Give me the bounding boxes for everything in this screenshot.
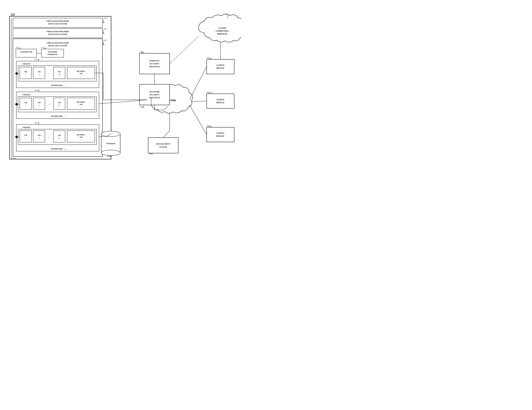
- vertical-dots: ⋮: [10, 121, 13, 125]
- vmd-d-label: VIRTUALIZED MALWARE: [46, 20, 69, 22]
- vm1-m-sub: M: [58, 74, 60, 75]
- svg-rect-8: [16, 49, 37, 57]
- vm1-dots: ...: [48, 72, 50, 74]
- controller-label: CONTROLLER: [20, 51, 32, 53]
- vmd-d-label2: DETECTION SYSTEM: [48, 23, 67, 25]
- ref-1902-sub: 2: [211, 91, 212, 93]
- ref-150: 150: [140, 106, 143, 108]
- ref-1901: 190: [207, 57, 209, 59]
- secvm1-1: SECURITY: [77, 71, 85, 72]
- ref-1901-sub: 1: [211, 57, 212, 58]
- ref-1111: 111: [34, 58, 37, 60]
- svg-rect-40: [33, 131, 45, 142]
- patent-diagram: 100 VIRTUALIZED MALWARE DETECTION SYSTEM…: [0, 0, 241, 186]
- ref-190c-sub: c: [211, 125, 212, 126]
- vm2-1: VM: [24, 102, 27, 104]
- vm2-1-sub: 1: [25, 104, 26, 106]
- vmd-1-label: VIRTUALIZED MALWARE: [46, 42, 69, 44]
- vm2-n-sub: N: [58, 104, 60, 106]
- secvm2-2: VM: [80, 104, 82, 105]
- client1-label1: CLIENT: [217, 64, 224, 66]
- ref-1101-sub: 1: [107, 39, 107, 41]
- svg-rect-4: [13, 28, 103, 38]
- secvmp-2: VM: [80, 137, 82, 138]
- cloud-label1: CLOUD: [218, 27, 226, 29]
- secvm2-1: SECURITY: [77, 101, 85, 103]
- svg-rect-72: [148, 138, 178, 153]
- svg-rect-19: [20, 67, 31, 79]
- mgmt-label1: MANAGEMENT: [156, 143, 170, 145]
- esa-label2: SECURITY: [150, 63, 160, 65]
- hypervisorp-label: HYPERVISOR: [51, 148, 63, 150]
- vm2-dots: ...: [48, 103, 50, 105]
- secvmp-sub: 3: [81, 139, 81, 141]
- ref-120: 120: [148, 153, 151, 155]
- svg-rect-41: [53, 131, 65, 142]
- vm1-m: VM: [58, 71, 61, 73]
- ref-190c: 190: [207, 125, 209, 127]
- ref-160: 160: [140, 51, 143, 53]
- secvmp-1: SECURITY: [77, 134, 85, 136]
- vmp-2-sub: 2: [39, 137, 40, 139]
- network-interface-label2: INTERFACE: [48, 54, 57, 55]
- vmp-q: VM: [58, 134, 61, 136]
- ref-1111-sub: 1: [38, 58, 39, 60]
- vmp-1: VM: [24, 134, 27, 136]
- ref-110d: 110: [103, 17, 106, 19]
- ref-1102-sub: 2: [107, 28, 107, 29]
- client2-label1: CLIENT: [217, 98, 224, 101]
- nsa-label1: NETWORK: [150, 91, 160, 93]
- hypervisorp-sub: p: [65, 148, 66, 150]
- ref-111p: 111: [34, 122, 37, 124]
- esa-label1: ENDPOINT: [150, 60, 160, 62]
- vm2-2-sub: 2: [39, 104, 40, 106]
- svg-rect-39: [20, 131, 31, 142]
- svg-rect-69: [207, 127, 234, 142]
- secvm1-sub: 1: [81, 76, 81, 77]
- ref-1102: 110: [103, 28, 106, 30]
- vmp-2: VM: [38, 134, 41, 136]
- hypervisor1-label: HYPERVISOR: [51, 84, 63, 86]
- vmd-1-label2: DETECTION SYSTEM: [48, 45, 67, 47]
- svg-rect-21: [53, 67, 65, 79]
- nsa-label3: APPLIANCE: [149, 97, 160, 99]
- ref-1902: 190: [207, 91, 209, 93]
- cloud-label2: COMPUTING: [216, 30, 229, 32]
- ref-1112-sub: 2: [38, 89, 39, 91]
- ref-130: 130: [107, 155, 110, 157]
- ref-113: 113: [41, 46, 44, 48]
- hypervisor1-sub: 1: [65, 84, 66, 86]
- mgmt-label2: SYSTEM: [159, 146, 167, 148]
- ref-170: 170: [226, 14, 228, 16]
- vm2-2: VM: [38, 102, 41, 104]
- hypervisor2-label: HYPERVISOR: [51, 115, 63, 117]
- vm1-2: VM: [38, 71, 41, 73]
- ref-100: 100: [11, 13, 15, 16]
- vmhost2-label: VM HOST: [22, 94, 30, 96]
- clientc-label1: CLIENT: [217, 132, 224, 134]
- storage-label: STORAGE: [106, 142, 115, 145]
- hypervisor2-sub: 2: [65, 115, 66, 117]
- svg-rect-30: [33, 98, 45, 109]
- svg-rect-29: [20, 98, 31, 109]
- secvm1-2: VM: [80, 73, 82, 75]
- vmp-dots: ...: [48, 135, 50, 138]
- client2-label2: DEVICE: [217, 101, 225, 104]
- vmd-2-label: VIRTUALIZED MALWARE: [46, 31, 69, 33]
- svg-rect-11: [41, 49, 64, 57]
- vmp-1-sub: 1: [25, 137, 26, 139]
- ref-112: 112: [16, 46, 19, 48]
- svg-rect-63: [207, 59, 234, 74]
- ref-1101: 110: [103, 39, 106, 41]
- ref-110d-sub: D: [107, 17, 108, 19]
- secvm2-sub: 2: [81, 107, 81, 108]
- vmhostp-label: VM HOST: [22, 127, 30, 128]
- svg-rect-20: [33, 67, 45, 79]
- vm1-1-sub: 1: [25, 74, 26, 75]
- vmd-2-label2: DETECTION SYSTEM: [48, 33, 67, 35]
- vm2-n: VM: [58, 102, 61, 104]
- ref-1112: 111: [34, 89, 37, 91]
- network-interface-label: NETWORK: [48, 51, 57, 53]
- clientc-label2: DEVICE: [217, 135, 225, 137]
- esa-label3: APPLIANCE: [149, 65, 160, 68]
